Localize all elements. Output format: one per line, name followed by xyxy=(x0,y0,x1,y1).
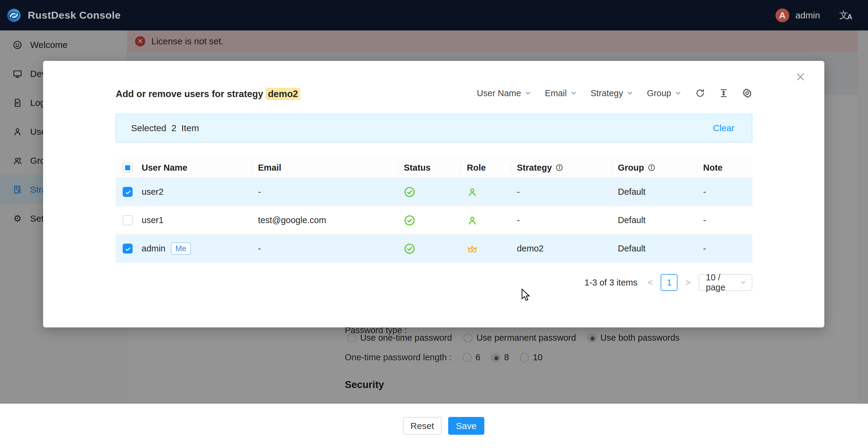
filter-label: Group xyxy=(647,88,671,98)
footer-action-bar: Reset Save xyxy=(0,404,868,448)
filter-group[interactable]: Group xyxy=(647,88,682,98)
status-enabled-icon xyxy=(404,186,415,198)
cell-note: - xyxy=(697,244,752,253)
table-row-admin[interactable]: adminMe - demo2 Default - xyxy=(116,235,752,263)
info-icon xyxy=(555,164,563,172)
close-icon[interactable] xyxy=(795,72,806,82)
table-row-user2[interactable]: user2 - - Default - xyxy=(116,178,752,206)
header-username[interactable]: admin xyxy=(795,10,820,21)
status-enabled-icon xyxy=(404,243,415,255)
cell-user-name: user1 xyxy=(135,215,252,225)
reset-button[interactable]: Reset xyxy=(403,417,441,435)
screen: RustDesk Console A admin 文A Welcome Devi… xyxy=(0,0,868,448)
cell-user-name: adminMe xyxy=(135,242,252,255)
filter-toolbar: User Name Email Strategy Group xyxy=(477,88,752,98)
row-checkbox[interactable] xyxy=(123,244,133,253)
filter-label: Email xyxy=(545,88,567,98)
next-page-icon[interactable]: > xyxy=(685,277,691,288)
cell-status xyxy=(398,215,461,226)
cell-group: Default xyxy=(612,244,697,253)
cell-strategy: demo2 xyxy=(511,244,612,253)
column-header-role[interactable]: Role xyxy=(461,161,511,174)
cell-email: - xyxy=(252,244,398,253)
chevron-down-icon xyxy=(740,279,747,286)
cell-group: Default xyxy=(612,187,697,197)
column-header-strategy[interactable]: Strategy xyxy=(511,161,612,174)
filter-user-name[interactable]: User Name xyxy=(477,88,532,98)
chevron-down-icon xyxy=(524,90,532,97)
column-header-status[interactable]: Status xyxy=(398,161,461,174)
column-header-user-name[interactable]: User Name xyxy=(135,161,252,174)
filter-label: User Name xyxy=(477,88,521,98)
cell-note: - xyxy=(697,187,752,197)
filter-strategy[interactable]: Strategy xyxy=(590,88,633,98)
translate-icon[interactable]: 文A xyxy=(839,9,852,21)
clear-selection-link[interactable]: Clear xyxy=(713,123,735,133)
table-header-row: User Name Email Status Role Strategy Gro… xyxy=(116,158,752,178)
row-checkbox[interactable] xyxy=(123,187,133,197)
modal-title-highlight: demo2 xyxy=(266,88,300,100)
pagination-total: 1-3 of 3 items xyxy=(584,278,638,288)
users-table: User Name Email Status Role Strategy Gro… xyxy=(116,158,752,263)
column-header-group[interactable]: Group xyxy=(612,161,697,174)
page-size-select[interactable]: 10 / page xyxy=(699,274,752,291)
cell-strategy: - xyxy=(511,187,612,197)
cell-status xyxy=(398,243,461,255)
refresh-icon[interactable] xyxy=(695,88,705,98)
page-number-button[interactable]: 1 xyxy=(661,274,678,291)
filter-email[interactable]: Email xyxy=(545,88,578,98)
column-header-note[interactable]: Note xyxy=(697,161,752,174)
app-title: RustDesk Console xyxy=(28,9,121,21)
save-button[interactable]: Save xyxy=(448,417,484,435)
cell-group: Default xyxy=(612,215,697,225)
role-user-icon xyxy=(467,187,478,198)
cell-note: - xyxy=(697,215,752,225)
status-enabled-icon xyxy=(404,215,415,226)
selection-banner: Selected 2 Item Clear xyxy=(116,114,752,142)
column-header-email[interactable]: Email xyxy=(252,161,398,174)
info-icon xyxy=(648,164,655,172)
cell-status xyxy=(398,186,461,198)
chevron-down-icon xyxy=(570,90,577,97)
me-badge: Me xyxy=(171,242,191,255)
cell-user-name: user2 xyxy=(135,187,252,197)
cell-email: - xyxy=(252,187,398,197)
cell-role xyxy=(461,243,511,254)
cell-email: test@google.com xyxy=(252,215,398,225)
selection-count-text: Selected 2 Item xyxy=(131,123,199,133)
row-height-icon[interactable] xyxy=(718,88,729,98)
app-header: RustDesk Console A admin 文A xyxy=(0,0,868,30)
rustdesk-logo-icon xyxy=(7,8,21,23)
chevron-down-icon xyxy=(626,90,633,97)
modal-title: Add or remove users for strategy demo2 xyxy=(116,89,300,99)
chevron-down-icon xyxy=(675,90,682,97)
cell-role xyxy=(461,215,511,226)
role-admin-crown-icon xyxy=(467,243,478,254)
mouse-cursor xyxy=(521,289,533,302)
select-all-checkbox[interactable] xyxy=(123,163,133,173)
filter-label: Strategy xyxy=(590,88,623,98)
cell-strategy: - xyxy=(511,215,612,225)
table-row-user1[interactable]: user1 test@google.com - Default - xyxy=(116,206,752,235)
avatar[interactable]: A xyxy=(775,8,789,22)
cell-role xyxy=(461,187,511,198)
prev-page-icon[interactable]: < xyxy=(648,277,653,288)
row-checkbox[interactable] xyxy=(123,215,133,225)
add-remove-users-modal: Add or remove users for strategy demo2 U… xyxy=(43,61,824,327)
page-size-value: 10 / page xyxy=(706,272,740,293)
gear-icon[interactable] xyxy=(742,88,752,98)
modal-title-text: Add or remove users for strategy xyxy=(116,89,263,99)
pagination: 1-3 of 3 items < 1 > 10 / page xyxy=(584,274,752,291)
role-user-icon xyxy=(467,215,478,226)
